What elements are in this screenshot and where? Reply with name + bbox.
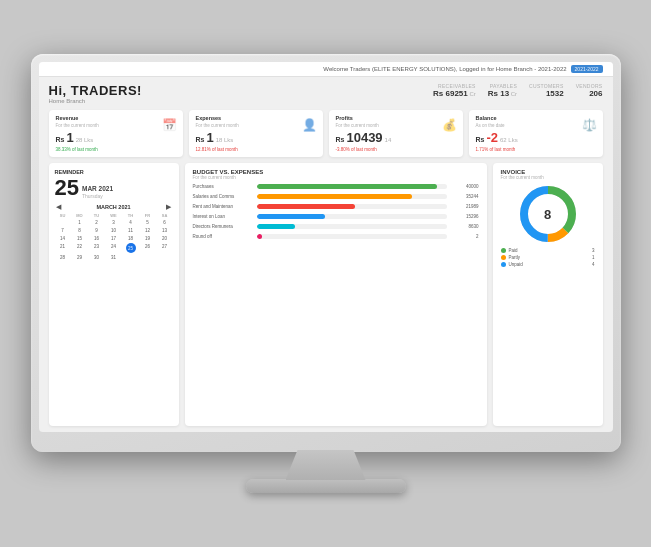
stat-value: 206 xyxy=(576,89,603,98)
budget-amount: 15296 xyxy=(451,214,479,219)
cal-day[interactable]: 23 xyxy=(89,243,105,253)
cal-day[interactable]: 26 xyxy=(140,243,156,253)
calendar-panel: REMINDER 25 MAR 2021 Thursday ◀ MARC xyxy=(49,163,179,426)
budget-rows: Purchases 40000 Salaries and Comms 35244… xyxy=(193,184,479,239)
cal-day[interactable]: 22 xyxy=(72,243,88,253)
kpi-sublabel: For the current month xyxy=(336,123,456,128)
budget-bar xyxy=(257,214,325,219)
bottom-panels: REMINDER 25 MAR 2021 Thursday ◀ MARC xyxy=(49,163,603,426)
cal-day[interactable]: 18 xyxy=(123,235,139,242)
kpi-rs: Rs xyxy=(56,136,65,143)
kpi-sub-val: 14 xyxy=(385,137,392,143)
budget-row: Interest on Loan 15296 xyxy=(193,214,479,219)
cal-day[interactable]: 14 xyxy=(55,235,71,242)
kpi-title: Profits xyxy=(336,115,456,121)
cal-day[interactable]: 24 xyxy=(106,243,122,253)
welcome-text: Welcome Traders (ELITE ENERGY SOLUTIONS)… xyxy=(323,66,566,72)
cal-prev-btn[interactable]: ◀ xyxy=(55,203,63,211)
cal-day[interactable]: 31 xyxy=(106,254,122,261)
cal-next-btn[interactable]: ▶ xyxy=(164,203,172,211)
year-badge: 2021-2022 xyxy=(571,65,603,73)
budget-bar-container xyxy=(257,194,447,199)
header-stat-item: CUSTOMERS 1532 xyxy=(529,83,564,98)
budget-amount: 35244 xyxy=(451,194,479,199)
cal-day[interactable]: 10 xyxy=(106,227,122,234)
budget-row-label: Salaries and Comms xyxy=(193,194,253,199)
cal-day[interactable]: 7 xyxy=(55,227,71,234)
budget-bar xyxy=(257,184,438,189)
cal-day[interactable]: 25 xyxy=(126,243,136,253)
cal-day[interactable]: 29 xyxy=(72,254,88,261)
cal-day[interactable]: 13 xyxy=(157,227,173,234)
budget-row: Round off 2 xyxy=(193,234,479,239)
cal-day[interactable]: 1 xyxy=(72,219,88,226)
cal-day[interactable]: 4 xyxy=(123,219,139,226)
cal-day xyxy=(140,254,156,261)
budget-bar xyxy=(257,234,263,239)
cal-nav-row: ◀ MARCH 2021 ▶ xyxy=(55,203,173,211)
cal-day[interactable]: 28 xyxy=(55,254,71,261)
invoice-legend: Paid 3 Partly 1 Unpaid 4 xyxy=(501,248,595,267)
kpi-main-val: 10439 xyxy=(346,130,382,145)
big-date-row: 25 MAR 2021 Thursday xyxy=(55,177,173,199)
cal-day[interactable]: 30 xyxy=(89,254,105,261)
cal-day-header: WE xyxy=(106,213,122,218)
header-row: Hi, TRADERS! Home Branch RECEIVABLES Rs … xyxy=(49,83,603,104)
legend-dot xyxy=(501,262,506,267)
budget-amount: 8630 xyxy=(451,224,479,229)
cal-day[interactable]: 19 xyxy=(140,235,156,242)
budget-bar-container xyxy=(257,224,447,229)
legend-row: Unpaid 4 xyxy=(501,262,595,267)
cal-day[interactable]: 17 xyxy=(106,235,122,242)
kpi-main-val: 1 xyxy=(206,130,213,145)
kpi-value-row: Rs -2 62 Lks xyxy=(476,130,596,145)
kpi-card: Expenses For the current month Rs 1 18 L… xyxy=(189,110,323,157)
cal-day[interactable]: 15 xyxy=(72,235,88,242)
month-year-label: MAR 2021 xyxy=(82,185,113,193)
budget-row-label: Purchases xyxy=(193,184,253,189)
budget-row: Salaries and Comms 35244 xyxy=(193,194,479,199)
header-stats-row: RECEIVABLES Rs 69251 CrPAYABLES Rs 13 Cr… xyxy=(433,83,602,98)
kpi-title: Expenses xyxy=(196,115,316,121)
budget-bar-container xyxy=(257,234,447,239)
cal-day[interactable]: 6 xyxy=(157,219,173,226)
budget-row-label: Rent and Maintenan xyxy=(193,204,253,209)
cal-day[interactable]: 12 xyxy=(140,227,156,234)
big-date: 25 xyxy=(55,177,79,199)
cal-day[interactable]: 5 xyxy=(140,219,156,226)
cal-day-header: TU xyxy=(89,213,105,218)
top-nav: Welcome Traders (ELITE ENERGY SOLUTIONS)… xyxy=(39,62,613,77)
header-stat-item: PAYABLES Rs 13 Cr xyxy=(488,83,517,98)
cal-day[interactable]: 8 xyxy=(72,227,88,234)
cal-day[interactable]: 21 xyxy=(55,243,71,253)
kpi-sub-val: 62 Lks xyxy=(500,137,518,143)
kpi-card: Balance As on the date Rs -2 62 Lks 1.71… xyxy=(469,110,603,157)
budget-row-label: Directors Remunera xyxy=(193,224,253,229)
cal-day[interactable]: 2 xyxy=(89,219,105,226)
cal-day xyxy=(55,219,71,226)
kpi-sublabel: For the current month xyxy=(56,123,176,128)
monitor-wrapper: Welcome Traders (ELITE ENERGY SOLUTIONS)… xyxy=(31,54,621,493)
budget-amount: 40000 xyxy=(451,184,479,189)
kpi-change: 12.81% of last month xyxy=(196,147,316,152)
kpi-title: Revenue xyxy=(56,115,176,121)
cal-month-title: MARCH 2021 xyxy=(96,204,130,210)
cal-grid: SUMOTUWETHFRSA12345678910111213141516171… xyxy=(55,213,173,261)
month-year-day: MAR 2021 Thursday xyxy=(82,185,113,199)
budget-row: Rent and Maintenan 21989 xyxy=(193,204,479,209)
cal-day[interactable]: 27 xyxy=(157,243,173,253)
budget-row-label: Interest on Loan xyxy=(193,214,253,219)
budget-row-label: Round off xyxy=(193,234,253,239)
cal-day[interactable]: 16 xyxy=(89,235,105,242)
budget-bar-container xyxy=(257,204,447,209)
budget-panel: BUDGET VS. EXPENSES For the current mont… xyxy=(185,163,487,426)
cal-day[interactable]: 20 xyxy=(157,235,173,242)
kpi-title: Balance xyxy=(476,115,596,121)
cal-day[interactable]: 9 xyxy=(89,227,105,234)
cal-day[interactable]: 3 xyxy=(106,219,122,226)
invoice-sublabel: For the current month xyxy=(501,175,595,180)
legend-label: Unpaid xyxy=(509,262,589,267)
cal-day[interactable]: 11 xyxy=(123,227,139,234)
legend-label: Partly xyxy=(509,255,589,260)
cal-day xyxy=(123,254,139,261)
